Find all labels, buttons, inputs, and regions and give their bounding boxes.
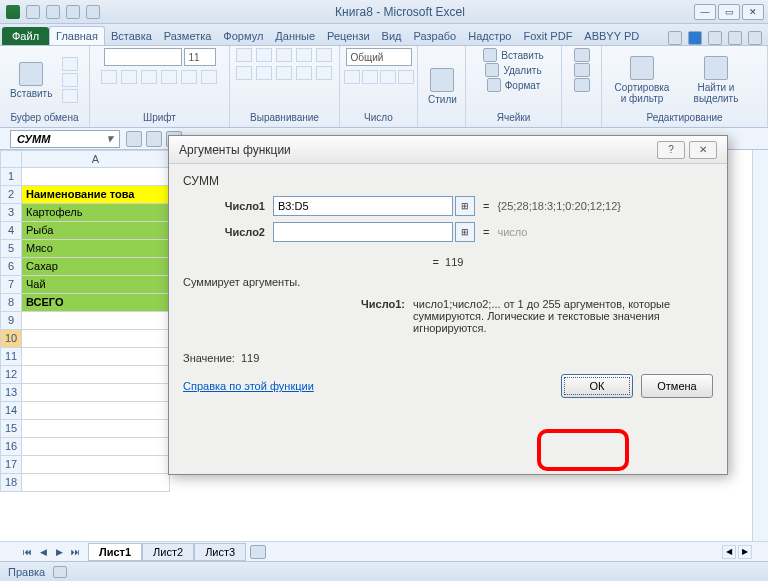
copy-icon[interactable] [62, 73, 78, 87]
tab-insert[interactable]: Вставка [105, 27, 158, 45]
row-header[interactable]: 1 [0, 168, 22, 186]
select-all-corner[interactable] [0, 150, 22, 168]
tab-addins[interactable]: Надстро [462, 27, 517, 45]
close-button[interactable]: ✕ [742, 4, 764, 20]
cell[interactable] [22, 168, 170, 186]
horizontal-scrollbar[interactable]: ◀▶ [722, 545, 752, 559]
doc-min-icon[interactable] [708, 31, 722, 45]
save-icon[interactable] [26, 5, 40, 19]
currency-icon[interactable] [344, 70, 360, 84]
new-sheet-icon[interactable] [250, 545, 266, 559]
dialog-titlebar[interactable]: Аргументы функции ? ✕ [169, 136, 727, 164]
delete-cells-button[interactable]: Удалить [503, 65, 541, 76]
font-name-combo[interactable] [104, 48, 182, 66]
sheet-nav-last-icon[interactable]: ⏭ [68, 545, 82, 559]
doc-restore-icon[interactable] [728, 31, 742, 45]
help-icon[interactable] [688, 31, 702, 45]
tab-review[interactable]: Рецензи [321, 27, 376, 45]
row-header[interactable]: 18 [0, 474, 22, 492]
merge-icon[interactable] [316, 66, 332, 80]
macro-record-icon[interactable] [53, 566, 67, 578]
qat-more-icon[interactable] [86, 5, 100, 19]
underline-icon[interactable] [141, 70, 157, 84]
fill-color-icon[interactable] [181, 70, 197, 84]
row-header[interactable]: 7 [0, 276, 22, 294]
dialog-close-button[interactable]: ✕ [689, 141, 717, 159]
cancel-formula-icon[interactable] [126, 131, 142, 147]
cell[interactable]: Сахар [22, 258, 170, 276]
row-header[interactable]: 12 [0, 366, 22, 384]
row-header[interactable]: 2 [0, 186, 22, 204]
row-header[interactable]: 16 [0, 438, 22, 456]
file-tab[interactable]: Файл [2, 27, 49, 45]
cell[interactable]: Мясо [22, 240, 170, 258]
border-icon[interactable] [161, 70, 177, 84]
row-header[interactable]: 4 [0, 222, 22, 240]
sheet-nav-next-icon[interactable]: ▶ [52, 545, 66, 559]
row-header[interactable]: 6 [0, 258, 22, 276]
function-help-link[interactable]: Справка по этой функции [183, 380, 314, 392]
find-select-button[interactable]: Найти и выделить [682, 52, 750, 108]
minimize-button[interactable]: — [694, 4, 716, 20]
cell[interactable] [22, 402, 170, 420]
percent-icon[interactable] [362, 70, 378, 84]
tab-developer[interactable]: Разрабо [408, 27, 463, 45]
tab-data[interactable]: Данные [269, 27, 321, 45]
comma-icon[interactable] [380, 70, 396, 84]
enter-formula-icon[interactable] [146, 131, 162, 147]
name-box[interactable]: СУММ▾ [10, 130, 120, 148]
arg2-input[interactable] [273, 222, 453, 242]
cell[interactable] [22, 420, 170, 438]
sheet-nav-first-icon[interactable]: ⏮ [20, 545, 34, 559]
cut-icon[interactable] [62, 57, 78, 71]
italic-icon[interactable] [121, 70, 137, 84]
cancel-button[interactable]: Отмена [641, 374, 713, 398]
align-right-icon[interactable] [276, 66, 292, 80]
format-painter-icon[interactable] [62, 89, 78, 103]
orient-icon[interactable] [296, 48, 312, 62]
row-header[interactable]: 8 [0, 294, 22, 312]
font-color-icon[interactable] [201, 70, 217, 84]
tab-view[interactable]: Вид [376, 27, 408, 45]
cell[interactable] [22, 438, 170, 456]
chevron-down-icon[interactable]: ▾ [107, 132, 113, 145]
col-header-a[interactable]: A [22, 150, 170, 168]
sheet-nav-prev-icon[interactable]: ◀ [36, 545, 50, 559]
vertical-scrollbar[interactable] [752, 150, 768, 561]
ribbon-minimize-icon[interactable] [668, 31, 682, 45]
arg1-input[interactable] [273, 196, 453, 216]
indent-dec-icon[interactable] [296, 66, 312, 80]
row-header[interactable]: 9 [0, 312, 22, 330]
maximize-button[interactable]: ▭ [718, 4, 740, 20]
insert-cells-button[interactable]: Вставить [501, 50, 543, 61]
row-header[interactable]: 14 [0, 402, 22, 420]
row-header[interactable]: 17 [0, 456, 22, 474]
dialog-help-button[interactable]: ? [657, 141, 685, 159]
row-header[interactable]: 3 [0, 204, 22, 222]
sheet-tab-2[interactable]: Лист2 [142, 543, 194, 561]
redo-icon[interactable] [66, 5, 80, 19]
tab-abbyy[interactable]: ABBYY PD [578, 27, 645, 45]
sheet-tab-1[interactable]: Лист1 [88, 543, 142, 561]
bold-icon[interactable] [101, 70, 117, 84]
number-format-combo[interactable]: Общий [346, 48, 412, 66]
cell[interactable] [22, 366, 170, 384]
arg2-refedit-icon[interactable]: ⊞ [455, 222, 475, 242]
paste-button[interactable]: Вставить [4, 58, 58, 103]
styles-button[interactable]: Стили [422, 64, 463, 109]
wrap-icon[interactable] [316, 48, 332, 62]
font-size-combo[interactable]: 11 [184, 48, 216, 66]
cell[interactable]: Картофель [22, 204, 170, 222]
arg1-refedit-icon[interactable]: ⊞ [455, 196, 475, 216]
row-header[interactable]: 13 [0, 384, 22, 402]
cell[interactable]: ВСЕГО [22, 294, 170, 312]
cell[interactable] [22, 330, 170, 348]
row-header[interactable]: 11 [0, 348, 22, 366]
sort-filter-button[interactable]: Сортировка и фильтр [606, 52, 678, 108]
cell[interactable] [22, 384, 170, 402]
autosum-icon[interactable] [574, 48, 590, 62]
align-mid-icon[interactable] [256, 48, 272, 62]
doc-close-icon[interactable] [748, 31, 762, 45]
cell[interactable] [22, 348, 170, 366]
clear-icon[interactable] [574, 78, 590, 92]
